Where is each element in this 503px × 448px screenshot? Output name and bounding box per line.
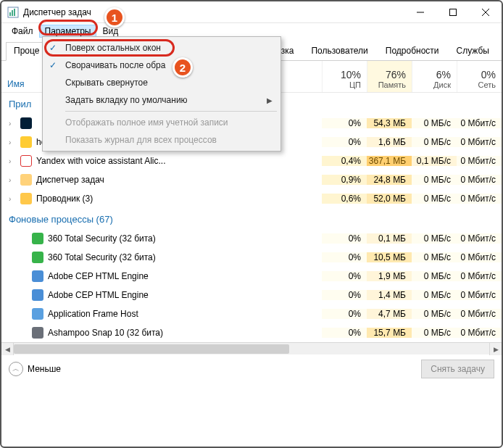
- cell-dsk: 0 МБ/с: [412, 137, 457, 147]
- expand-icon[interactable]: ›: [9, 157, 16, 165]
- expand-icon[interactable]: ›: [9, 176, 16, 183]
- process-name: Диспетчер задач: [36, 175, 104, 185]
- fewer-details-icon[interactable]: ︿: [9, 362, 23, 376]
- expand-icon[interactable]: [9, 273, 16, 280]
- svg-rect-1: [9, 12, 11, 16]
- fewer-details-label[interactable]: Меньше: [28, 364, 61, 374]
- close-button[interactable]: [469, 1, 502, 23]
- horizontal-scrollbar[interactable]: ◀ ▶: [1, 342, 502, 354]
- col-network[interactable]: 0% Сеть: [457, 61, 502, 92]
- highlight-ring: [38, 20, 98, 36]
- table-row[interactable]: Adobe CEP HTML Engine0%1,9 МБ0 МБ/с0 Мби…: [1, 267, 502, 286]
- minimize-button[interactable]: [404, 1, 436, 23]
- process-icon: [20, 136, 32, 148]
- menu-show-full-account: Отображать полное имя учетной записи: [45, 114, 278, 131]
- process-name: Adobe CEP HTML Engine: [48, 271, 149, 281]
- tab-processes[interactable]: Проце: [6, 42, 47, 61]
- annotation-badge-1: 1: [104, 7, 125, 28]
- table-row[interactable]: › Диспетчер задач0,9%24,8 МБ0 МБ/с0 Мбит…: [1, 170, 502, 189]
- maximize-button[interactable]: [436, 1, 469, 23]
- col-disk[interactable]: 6% Диск: [412, 61, 457, 92]
- cell-dsk: 0 МБ/с: [412, 328, 457, 338]
- expand-icon[interactable]: ›: [9, 138, 16, 146]
- expand-icon[interactable]: [9, 235, 16, 242]
- chevron-right-icon: ▶: [267, 96, 273, 104]
- annotation-badge-2: 2: [172, 57, 193, 78]
- cell-dsk: 0 МБ/с: [412, 252, 457, 262]
- table-row[interactable]: 360 Total Security (32 бита)0%0,1 МБ0 МБ…: [1, 229, 502, 248]
- expand-icon[interactable]: ›: [9, 195, 16, 202]
- cell-dsk: 0 МБ/с: [412, 309, 457, 319]
- scroll-thumb[interactable]: [14, 344, 289, 354]
- cell-mem: 54,3 МБ: [367, 118, 412, 128]
- expand-icon[interactable]: [9, 254, 16, 261]
- menu-file[interactable]: Файл: [6, 25, 39, 38]
- process-icon: [32, 308, 43, 320]
- table-row[interactable]: › Yandex with voice assistant Alic...0,4…: [1, 152, 502, 170]
- expand-icon[interactable]: [9, 329, 16, 336]
- group-background: Фоновые процессы (67): [1, 208, 502, 229]
- cell-cpu: 0%: [322, 118, 367, 128]
- menu-minimize-on-use[interactable]: ✓ Сворачивать после обра: [45, 57, 278, 74]
- process-name: Yandex with voice assistant Alic...: [36, 156, 166, 166]
- table-row[interactable]: 360 Total Security (32 бита)0%10,5 МБ0 М…: [1, 248, 502, 267]
- process-icon: [32, 270, 43, 282]
- cell-mem: 10,5 МБ: [367, 252, 412, 262]
- process-name: 360 Total Security (32 бита): [48, 233, 156, 244]
- process-icon: [20, 117, 32, 129]
- expand-icon[interactable]: ›: [9, 120, 16, 127]
- check-icon: ✓: [49, 60, 57, 70]
- cell-cpu: 0,4%: [322, 156, 367, 166]
- process-name: Проводник (3): [36, 194, 93, 204]
- scroll-left-button[interactable]: ◀: [1, 343, 14, 355]
- expand-icon[interactable]: [9, 291, 16, 299]
- process-name: Adobe CEP HTML Engine: [48, 290, 149, 300]
- cell-net: 0 Мбит/с: [457, 328, 502, 338]
- process-name: 360 Total Security (32 бита): [48, 252, 156, 262]
- cell-cpu: 0,6%: [322, 194, 367, 204]
- cell-cpu: 0%: [322, 271, 367, 281]
- cell-mem: 24,8 МБ: [367, 175, 412, 185]
- scroll-right-button[interactable]: ▶: [489, 343, 502, 355]
- cell-mem: 1,4 МБ: [367, 290, 412, 300]
- process-name: Application Frame Host: [48, 309, 138, 319]
- cell-dsk: 0 МБ/с: [412, 290, 457, 300]
- cell-mem: 1,9 МБ: [367, 271, 412, 281]
- table-row[interactable]: Adobe CEP HTML Engine0%1,4 МБ0 МБ/с0 Мби…: [1, 286, 502, 304]
- col-memory[interactable]: 76% Память: [367, 61, 412, 92]
- svg-rect-5: [449, 9, 456, 15]
- menu-hide-minimized[interactable]: Скрывать свернутое: [45, 74, 278, 91]
- highlight-ring: [44, 39, 175, 57]
- tab-services[interactable]: Службы: [449, 42, 497, 60]
- tab-details[interactable]: Подробности: [378, 42, 447, 60]
- cell-net: 0 Мбит/с: [457, 118, 502, 128]
- table-row[interactable]: Application Frame Host0%4,7 МБ0 МБ/с0 Мб…: [1, 304, 502, 323]
- menu-default-tab[interactable]: Задать вкладку по умолчанию ▶: [45, 91, 278, 109]
- end-task-button[interactable]: Снять задачу: [421, 360, 494, 378]
- cell-cpu: 0%: [322, 137, 367, 147]
- expand-icon[interactable]: [9, 310, 16, 318]
- cell-mem: 15,7 МБ: [367, 328, 412, 338]
- cell-net: 0 Мбит/с: [457, 137, 502, 147]
- table-row[interactable]: › Проводник (3)0,6%52,0 МБ0 МБ/с0 Мбит/с: [1, 189, 502, 208]
- app-icon: [7, 7, 19, 18]
- process-icon: [20, 174, 32, 186]
- cell-dsk: 0 МБ/с: [412, 233, 457, 244]
- cell-cpu: 0%: [322, 309, 367, 319]
- cell-net: 0 Мбит/с: [457, 252, 502, 262]
- cell-cpu: 0%: [322, 252, 367, 262]
- cell-net: 0 Мбит/с: [457, 156, 502, 166]
- tab-users[interactable]: Пользователи: [303, 42, 375, 60]
- cell-net: 0 Мбит/с: [457, 175, 502, 185]
- col-cpu[interactable]: 10% ЦП: [322, 61, 367, 92]
- process-name: Ashampoo Snap 10 (32 бита): [48, 328, 163, 338]
- cell-mem: 52,0 МБ: [367, 194, 412, 204]
- process-icon: [32, 327, 43, 339]
- svg-rect-3: [14, 9, 15, 16]
- cell-mem: 1,6 МБ: [367, 137, 412, 147]
- process-icon: [20, 193, 32, 204]
- process-icon: [32, 252, 43, 263]
- cell-cpu: 0%: [322, 233, 367, 244]
- cell-cpu: 0%: [322, 328, 367, 338]
- table-row[interactable]: Ashampoo Snap 10 (32 бита)0%15,7 МБ0 МБ/…: [1, 323, 502, 342]
